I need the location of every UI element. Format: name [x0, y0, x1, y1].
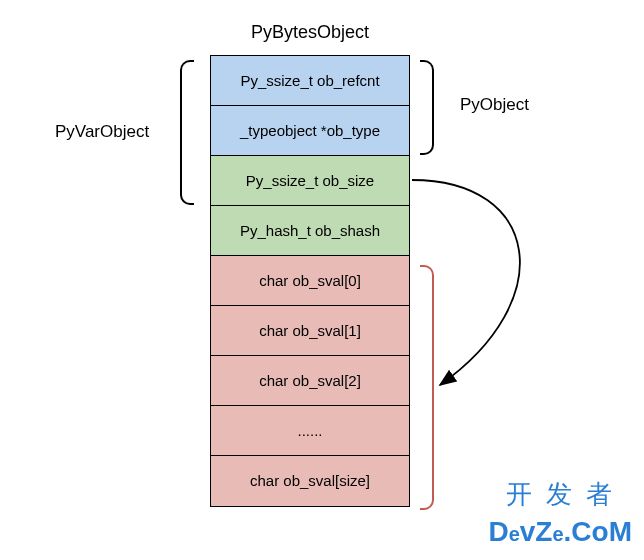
wm-span: D [488, 516, 508, 547]
diagram-title: PyBytesObject [210, 22, 410, 43]
brace-pyvarobject [180, 60, 194, 205]
wm-span: vZ [520, 516, 553, 547]
struct-field: char ob_sval[0] [211, 256, 409, 306]
wm-span: .CoM [564, 516, 632, 547]
brace-sval-array [420, 265, 434, 510]
wm-span: e [552, 523, 563, 545]
watermark-cn: 开发者 [506, 477, 626, 512]
struct-field: Py_ssize_t ob_size [211, 156, 409, 206]
label-pyobject: PyObject [460, 95, 529, 115]
struct-field: char ob_sval[1] [211, 306, 409, 356]
struct-field: _typeobject *ob_type [211, 106, 409, 156]
watermark-en: DevZe.CoM [488, 516, 632, 548]
struct-field: ...... [211, 406, 409, 456]
struct-field: Py_ssize_t ob_refcnt [211, 56, 409, 106]
struct-field: char ob_sval[size] [211, 456, 409, 506]
wm-span: e [509, 523, 520, 545]
struct-field: Py_hash_t ob_shash [211, 206, 409, 256]
label-pyvarobject: PyVarObject [55, 122, 149, 142]
brace-pyobject [420, 60, 434, 155]
struct-field: char ob_sval[2] [211, 356, 409, 406]
struct-stack: Py_ssize_t ob_refcnt_typeobject *ob_type… [210, 55, 410, 507]
